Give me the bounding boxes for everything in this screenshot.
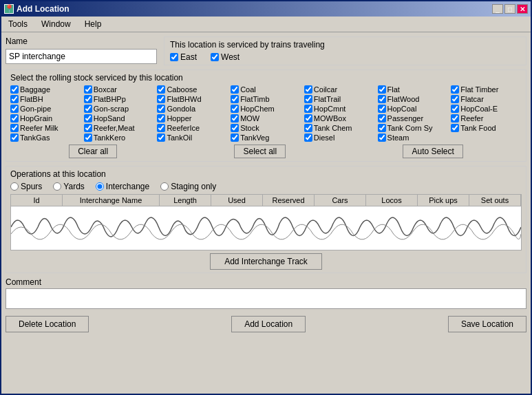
stock-label: HopGrain [20, 114, 52, 122]
stock-checkbox[interactable] [84, 114, 92, 122]
rolling-stock-section: Select the rolling stock serviced by thi… [6, 70, 526, 162]
stock-checkbox[interactable] [157, 124, 165, 132]
west-checkbox[interactable] [211, 53, 219, 61]
stock-checkbox[interactable] [451, 124, 459, 132]
auto-select-button[interactable]: Auto Select [403, 145, 462, 158]
stock-checkbox[interactable] [378, 114, 386, 122]
stock-item: HopCoal [378, 105, 449, 113]
stock-checkbox[interactable] [231, 114, 239, 122]
save-location-button[interactable]: Save Location [448, 316, 526, 332]
stock-checkbox[interactable] [157, 95, 165, 103]
yards-radio[interactable] [53, 182, 61, 191]
spurs-radio[interactable] [10, 182, 19, 191]
stock-item: FlatBHWd [157, 95, 228, 103]
add-interchange-button[interactable]: Add Interchange Track [210, 253, 322, 270]
stock-checkbox[interactable] [231, 105, 239, 113]
maximize-button[interactable]: □ [504, 4, 515, 14]
close-button[interactable]: ✕ [517, 4, 528, 14]
stock-checkbox[interactable] [10, 95, 19, 103]
stock-checkbox[interactable] [378, 95, 386, 103]
stock-checkbox[interactable] [378, 124, 386, 132]
east-label: East [180, 52, 197, 62]
stock-label: TankVeg [240, 134, 269, 142]
name-input[interactable] [6, 49, 157, 64]
stock-checkbox[interactable] [231, 85, 239, 94]
stock-checkbox[interactable] [378, 105, 386, 113]
delete-location-button[interactable]: Delete Location [6, 316, 89, 332]
waveform-decoration [11, 206, 521, 248]
stock-item: FlatTrail [304, 95, 375, 103]
stock-item: FlatBHPp [84, 95, 155, 103]
stock-checkbox[interactable] [84, 85, 92, 94]
staging-radio[interactable] [160, 182, 169, 191]
stock-checkbox[interactable] [451, 114, 459, 122]
minimize-button[interactable]: _ [492, 4, 503, 14]
title-bar: 📍 Add Location _ □ ✕ [1, 1, 531, 17]
stock-item: ReeferIce [157, 124, 228, 132]
stock-checkbox[interactable] [231, 134, 239, 142]
clear-all-button[interactable]: Clear all [69, 145, 117, 158]
stock-checkbox[interactable] [304, 95, 312, 103]
col-cars: Cars [315, 195, 366, 206]
stock-label: Hopper [167, 114, 191, 122]
menu-window[interactable]: Window [37, 18, 75, 30]
stock-checkbox[interactable] [304, 124, 312, 132]
stock-checkbox[interactable] [84, 105, 92, 113]
menu-help[interactable]: Help [81, 18, 106, 30]
stock-item: TankKero [84, 134, 155, 142]
stock-item: HopGrain [10, 114, 81, 122]
stock-checkbox[interactable] [157, 114, 165, 122]
stock-label: Flatcar [460, 95, 484, 103]
stock-checkbox[interactable] [10, 85, 19, 94]
stock-checkbox[interactable] [157, 105, 165, 113]
stock-item: Tank Chem [304, 124, 375, 132]
stock-checkbox[interactable] [10, 105, 19, 113]
stock-checkbox[interactable] [304, 105, 312, 113]
stock-checkbox[interactable] [10, 124, 19, 132]
east-checkbox[interactable] [170, 53, 178, 61]
stock-item: Reefer,Meat [84, 124, 155, 132]
stock-checkbox[interactable] [378, 134, 386, 142]
interchange-radio-label: Interchange [96, 182, 149, 191]
interchange-radio[interactable] [96, 182, 104, 191]
yards-label: Yards [63, 182, 84, 191]
stock-item: HopChem [231, 105, 301, 113]
stock-item: Baggage [10, 85, 81, 94]
comment-input[interactable] [6, 288, 526, 309]
stock-label: TankOil [167, 134, 192, 142]
stock-checkbox[interactable] [231, 95, 239, 103]
stock-item: HopSand [84, 114, 155, 122]
stock-checkbox[interactable] [304, 134, 312, 142]
stock-label: Coilcar [314, 85, 337, 94]
yards-radio-label: Yards [53, 182, 84, 191]
stock-checkbox[interactable] [451, 85, 459, 94]
stock-label: Reefer [460, 114, 483, 122]
stock-item: Flatcar [451, 95, 522, 103]
stock-checkbox[interactable] [231, 124, 239, 132]
stock-checkbox[interactable] [84, 134, 92, 142]
stock-checkbox[interactable] [304, 85, 312, 94]
stock-checkbox[interactable] [10, 134, 19, 142]
stock-label: HopCmnt [314, 105, 345, 113]
name-section: Name [6, 36, 157, 65]
stock-label: FlatTrail [314, 95, 341, 103]
menu-tools[interactable]: Tools [4, 18, 32, 30]
select-all-button[interactable]: Select all [234, 145, 286, 158]
stock-checkbox[interactable] [304, 114, 312, 122]
stock-checkbox[interactable] [84, 124, 92, 132]
stock-checkbox[interactable] [157, 85, 165, 94]
stock-checkbox[interactable] [84, 95, 92, 103]
stock-checkbox[interactable] [451, 105, 459, 113]
add-location-button[interactable]: Add Location [231, 316, 306, 332]
bottom-buttons: Delete Location Add Location Save Locati… [6, 316, 526, 332]
stock-checkbox[interactable] [10, 114, 19, 122]
stock-item: Reefer Milk [10, 124, 81, 132]
stock-checkbox[interactable] [378, 85, 386, 94]
stock-checkbox[interactable] [451, 95, 459, 103]
interchange-label: Interchange [106, 182, 149, 191]
stock-label: FlatBHPp [94, 95, 126, 103]
stock-checkbox[interactable] [157, 134, 165, 142]
menu-bar: Tools Window Help [1, 17, 531, 32]
stock-label: Baggage [20, 85, 50, 94]
col-setouts: Set outs [469, 195, 521, 206]
